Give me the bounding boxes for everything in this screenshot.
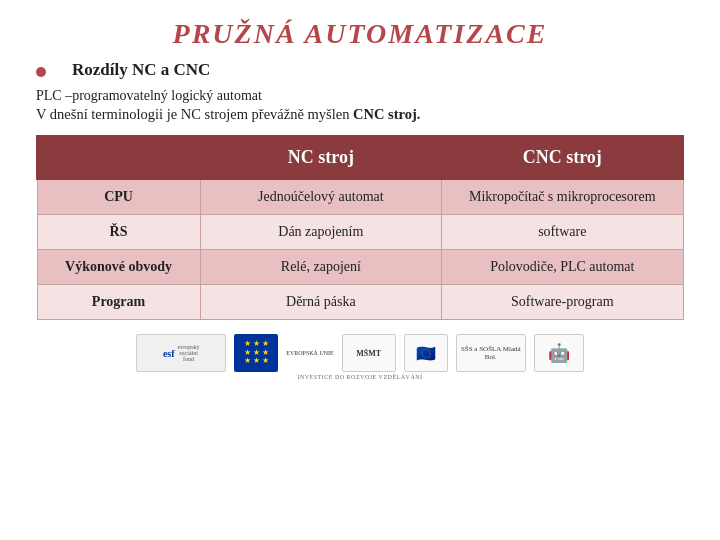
col-header-empty xyxy=(37,136,200,179)
bold-text-emphasis: CNC stroj. xyxy=(353,106,420,122)
sms-logo: SŠS a SOŠLA Mladá Bol. xyxy=(456,334,526,372)
eu2-logo: 🇪🇺 xyxy=(404,334,448,372)
bold-text-prefix: V dnešní terminologii je NC strojem přev… xyxy=(36,106,353,122)
eu-logo: ★ ★ ★★ ★ ★★ ★ ★ xyxy=(234,334,278,372)
row4-col3: Software-program xyxy=(442,285,683,320)
col-header-nc: NC stroj xyxy=(200,136,441,179)
row2-col1: ŘS xyxy=(37,215,200,250)
table-header-row: NC stroj CNC stroj xyxy=(37,136,683,179)
eu-stars: ★ ★ ★★ ★ ★★ ★ ★ xyxy=(244,340,269,366)
row1-col2: Jednoúčelový automat xyxy=(200,179,441,215)
row3-col2: Relé, zapojení xyxy=(200,250,441,285)
sms-label: SŠS a SOŠLA Mladá Bol. xyxy=(457,345,525,361)
eu-label-text: EVROPSKÁ UNIE xyxy=(286,350,334,356)
robot-icon: 🤖 xyxy=(548,342,570,364)
row4-col2: Děrná páska xyxy=(200,285,441,320)
row1-col1: CPU xyxy=(37,179,200,215)
row3-col3: Polovodiče, PLC automat xyxy=(442,250,683,285)
footer-invest-text: INVESTICE DO ROZVOJE VZDĚLÁVÁNÍ xyxy=(36,374,684,380)
bullet-icon xyxy=(36,67,46,77)
table-row: Výkonové obvody Relé, zapojení Polovodič… xyxy=(37,250,683,285)
row2-col2: Dán zapojením xyxy=(200,215,441,250)
row4-col1: Program xyxy=(37,285,200,320)
table-row: ŘS Dán zapojením software xyxy=(37,215,683,250)
table-row: Program Děrná páska Software-program xyxy=(37,285,683,320)
plc-text: PLC –programovatelný logický automat xyxy=(36,88,684,104)
page-title: PRUŽNÁ AUTOMATIZACE xyxy=(36,18,684,50)
row3-col1: Výkonové obvody xyxy=(37,250,200,285)
esf-logo: esf evropskýsociálnífond xyxy=(136,334,226,372)
page: PRUŽNÁ AUTOMATIZACE Rozdíly NC a CNC PLC… xyxy=(0,0,720,540)
bold-text: V dnešní terminologii je NC strojem přev… xyxy=(36,106,684,123)
msmt-label: MŠMT xyxy=(356,349,381,358)
robot-logo: 🤖 xyxy=(534,334,584,372)
eu-label-box: EVROPSKÁ UNIE xyxy=(286,350,334,356)
comparison-table: NC stroj CNC stroj CPU Jednoúčelový auto… xyxy=(36,135,684,320)
msmt-logo: MŠMT xyxy=(342,334,396,372)
footer-logos: esf evropskýsociálnífond ★ ★ ★★ ★ ★★ ★ ★… xyxy=(36,334,684,372)
table-row: CPU Jednoúčelový automat Mikropočítač s … xyxy=(37,179,683,215)
col-header-cnc: CNC stroj xyxy=(442,136,683,179)
row1-col3: Mikropočítač s mikroprocesorem xyxy=(442,179,683,215)
row2-col3: software xyxy=(442,215,683,250)
subtitle-row: Rozdíly NC a CNC xyxy=(36,60,684,84)
subtitle: Rozdíly NC a CNC xyxy=(54,60,210,80)
